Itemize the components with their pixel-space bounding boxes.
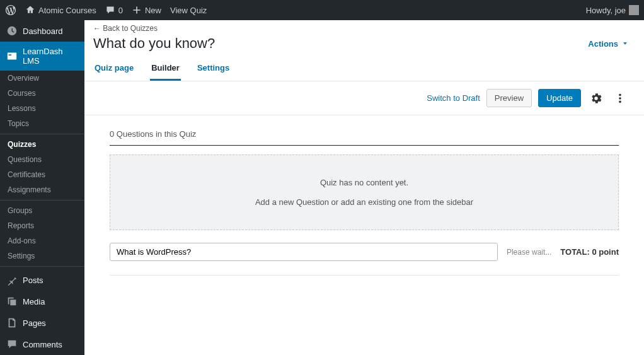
- learndash-icon: [6, 50, 18, 62]
- admin-bar: Atomic Courses 0 New View Quiz Howdy, jo…: [0, 0, 644, 20]
- page-icon: [6, 317, 18, 329]
- sidebar-sub-addons[interactable]: Add-ons: [0, 233, 84, 248]
- total-points: TOTAL: 0 point: [560, 247, 619, 257]
- empty-line-1: Quiz has no content yet.: [110, 178, 618, 187]
- empty-line-2: Add a new Question or add an existing on…: [110, 197, 618, 207]
- comment-count: 0: [118, 6, 123, 15]
- sidebar-sub-groups[interactable]: Groups: [0, 203, 84, 218]
- svg-rect-1: [9, 54, 12, 55]
- comment-icon: [105, 5, 115, 15]
- sidebar-sub-courses[interactable]: Courses: [0, 86, 84, 101]
- sidebar-item-label: Media: [23, 297, 45, 306]
- actions-label: Actions: [588, 39, 618, 49]
- svg-rect-0: [8, 53, 16, 60]
- howdy-user[interactable]: Howdy, joe: [586, 5, 639, 15]
- settings-gear[interactable]: [587, 90, 605, 107]
- questions-count: 0 Questions in this Quiz: [110, 129, 619, 146]
- comments-icon: [6, 339, 18, 350]
- sidebar-item-label: LearnDash LMS: [23, 47, 78, 66]
- sidebar-item-label: Posts: [23, 276, 43, 285]
- view-quiz-label: View Quiz: [170, 6, 207, 15]
- sidebar-item-dashboard[interactable]: Dashboard: [0, 20, 84, 42]
- actions-dropdown[interactable]: Actions: [588, 39, 629, 49]
- sidebar-item-media[interactable]: Media: [0, 291, 84, 312]
- svg-point-6: [619, 93, 621, 96]
- more-menu[interactable]: [611, 90, 629, 107]
- back-to-quizzes[interactable]: ← Back to Quizzes: [93, 24, 158, 33]
- chevron-down-icon: [621, 40, 629, 47]
- sidebar-sub-certificates[interactable]: Certificates: [0, 167, 84, 182]
- update-button[interactable]: Update: [538, 89, 581, 107]
- sidebar-sub-topics[interactable]: Topics: [0, 116, 84, 131]
- sidebar-sub-reports[interactable]: Reports: [0, 218, 84, 233]
- dots-vertical-icon: [614, 93, 626, 104]
- wordpress-icon: [5, 4, 16, 16]
- svg-point-8: [619, 100, 621, 103]
- back-link-row: ← Back to Quizzes: [84, 20, 644, 33]
- site-link[interactable]: Atomic Courses: [25, 5, 96, 15]
- sidebar-sub-quizzes[interactable]: Quizzes: [0, 137, 84, 152]
- admin-sidebar: Dashboard LearnDash LMS Overview Courses…: [0, 20, 84, 355]
- howdy-label: Howdy, joe: [586, 6, 626, 15]
- tab-quiz-page[interactable]: Quiz page: [93, 58, 135, 81]
- please-wait: Please wait...: [507, 248, 551, 257]
- pin-icon: [6, 274, 18, 286]
- toolbar: Switch to Draft Preview Update: [84, 81, 644, 115]
- sidebar-sub-lessons[interactable]: Lessons: [0, 101, 84, 116]
- dashboard-icon: [6, 25, 18, 37]
- home-icon: [25, 5, 35, 15]
- plus-icon: [132, 5, 142, 15]
- sidebar-item-label: Pages: [23, 318, 46, 328]
- page-title: What do you know?: [93, 35, 215, 52]
- sidebar-item-comments[interactable]: Comments: [0, 334, 84, 355]
- switch-to-draft[interactable]: Switch to Draft: [427, 93, 480, 103]
- media-icon: [6, 296, 18, 307]
- tab-builder[interactable]: Builder: [150, 58, 181, 81]
- preview-button[interactable]: Preview: [486, 89, 532, 107]
- question-input[interactable]: [110, 243, 498, 261]
- sidebar-item-label: Comments: [23, 340, 62, 349]
- sidebar-item-pages[interactable]: Pages: [0, 312, 84, 334]
- sidebar-sub-settings[interactable]: Settings: [0, 248, 84, 264]
- gear-icon: [590, 93, 602, 104]
- tab-settings[interactable]: Settings: [196, 58, 231, 81]
- new-link[interactable]: New: [132, 5, 161, 15]
- sidebar-sub-questions[interactable]: Questions: [0, 152, 84, 167]
- sidebar-item-label: Dashboard: [23, 26, 63, 36]
- sidebar-sub-assignments[interactable]: Assignments: [0, 182, 84, 197]
- new-question-row: Please wait... TOTAL: 0 point: [110, 243, 619, 276]
- avatar: [629, 5, 639, 15]
- site-name: Atomic Courses: [38, 6, 96, 15]
- sidebar-item-learndash[interactable]: LearnDash LMS: [0, 42, 84, 71]
- svg-point-7: [619, 97, 621, 100]
- main-content: ← Back to Quizzes What do you know? Acti…: [84, 20, 644, 355]
- tabs: Quiz page Builder Settings: [84, 58, 644, 81]
- view-quiz-link[interactable]: View Quiz: [170, 6, 207, 15]
- sidebar-sub-overview[interactable]: Overview: [0, 71, 84, 86]
- comments-link[interactable]: 0: [105, 5, 123, 15]
- new-label: New: [145, 6, 161, 15]
- empty-state: Quiz has no content yet. Add a new Quest…: [110, 154, 619, 230]
- sidebar-item-posts[interactable]: Posts: [0, 269, 84, 291]
- wp-logo[interactable]: [5, 4, 16, 16]
